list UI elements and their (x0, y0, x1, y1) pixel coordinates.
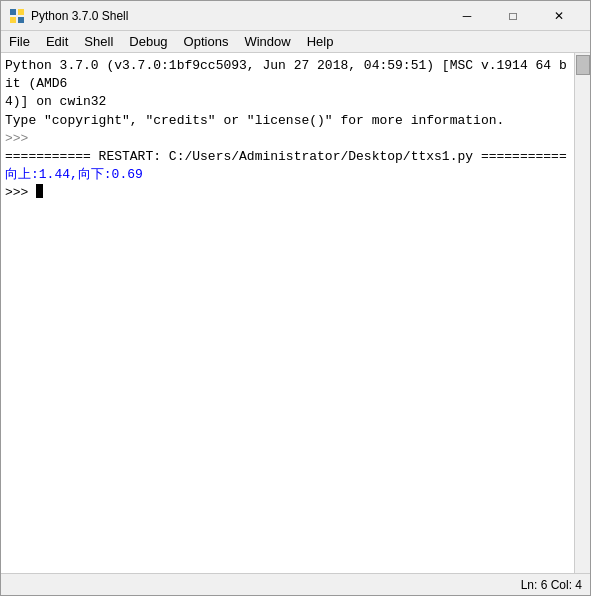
maximize-button[interactable]: □ (490, 1, 536, 31)
console-line-1: Python 3.7.0 (v3.7.0:1bf9cc5093, Jun 27 … (5, 57, 570, 112)
prompt-text: >>> (5, 184, 36, 202)
menu-window[interactable]: Window (236, 31, 298, 52)
main-window: Python 3.7.0 Shell ─ □ ✕ File Edit Shell… (0, 0, 591, 596)
svg-rect-0 (10, 9, 16, 15)
cursor (36, 184, 43, 198)
window-title: Python 3.7.0 Shell (31, 9, 444, 23)
menu-debug[interactable]: Debug (121, 31, 175, 52)
menu-bar: File Edit Shell Debug Options Window Hel… (1, 31, 590, 53)
console-output[interactable]: Python 3.7.0 (v3.7.0:1bf9cc5093, Jun 27 … (1, 53, 574, 573)
close-button[interactable]: ✕ (536, 1, 582, 31)
menu-shell[interactable]: Shell (76, 31, 121, 52)
title-bar: Python 3.7.0 Shell ─ □ ✕ (1, 1, 590, 31)
menu-file[interactable]: File (1, 31, 38, 52)
menu-options[interactable]: Options (176, 31, 237, 52)
menu-help[interactable]: Help (299, 31, 342, 52)
status-bar: Ln: 6 Col: 4 (1, 573, 590, 595)
menu-edit[interactable]: Edit (38, 31, 76, 52)
svg-rect-3 (18, 17, 24, 23)
console-line-2: Type "copyright", "credits" or "license(… (5, 112, 570, 130)
console-prompt-line: >>> (5, 184, 570, 202)
svg-rect-2 (10, 17, 16, 23)
scrollbar[interactable] (574, 53, 590, 573)
console-restart-line: =========== RESTART: C:/Users/Administra… (5, 148, 570, 166)
minimize-button[interactable]: ─ (444, 1, 490, 31)
console-line-3: >>> (5, 130, 570, 148)
app-icon (9, 8, 25, 24)
window-controls: ─ □ ✕ (444, 1, 582, 31)
svg-rect-1 (18, 9, 24, 15)
console-output-line: 向上:1.44,向下:0.69 (5, 166, 570, 184)
status-text: Ln: 6 Col: 4 (521, 578, 582, 592)
